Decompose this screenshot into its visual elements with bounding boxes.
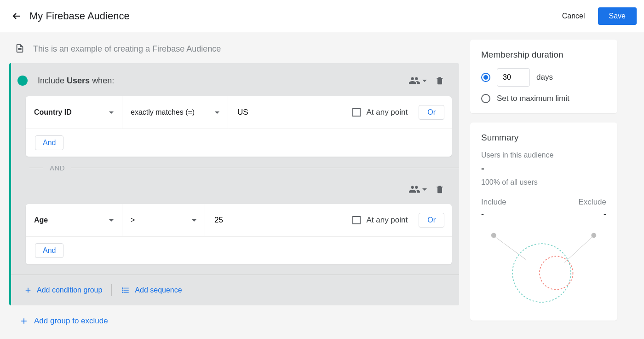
- duration-days-radio[interactable]: [481, 73, 490, 82]
- description-row: This is an example of creating a Firebas…: [9, 40, 459, 63]
- summary-count: -: [481, 163, 606, 174]
- operator-label: exactly matches (=): [131, 108, 195, 117]
- or-button[interactable]: Or: [419, 105, 444, 120]
- delete-group-button[interactable]: [431, 72, 448, 89]
- save-button[interactable]: Save: [598, 7, 637, 25]
- delete-group-button[interactable]: [431, 181, 448, 198]
- back-button[interactable]: [7, 7, 26, 25]
- include-block: Include Users when: Country ID: [9, 63, 459, 305]
- description-icon: [15, 43, 25, 55]
- operator-dropdown[interactable]: exactly matches (=): [122, 96, 228, 129]
- exclude-label: Exclude: [579, 198, 606, 207]
- people-icon: [408, 75, 420, 87]
- field-label: Country ID: [34, 108, 72, 117]
- svg-line-6: [564, 237, 592, 263]
- svg-point-8: [540, 256, 573, 290]
- max-limit-label: Set to maximum limit: [497, 94, 569, 103]
- duration-max-radio[interactable]: [481, 94, 490, 103]
- description-text[interactable]: This is an example of creating a Firebas…: [33, 44, 221, 54]
- value-input[interactable]: [205, 205, 274, 236]
- include-indicator-dot: [17, 76, 28, 86]
- summary-subtitle: Users in this audience: [481, 151, 606, 159]
- days-label: days: [536, 73, 553, 82]
- operator-dropdown[interactable]: >: [122, 204, 205, 236]
- chevron-down-icon: [192, 219, 196, 222]
- venn-diagram: [481, 223, 606, 310]
- chevron-down-icon: [422, 188, 427, 191]
- add-sequence-button[interactable]: Add sequence: [121, 286, 182, 294]
- condition-card: Country ID exactly matches (=) At any po…: [26, 96, 452, 157]
- svg-point-2: [123, 292, 124, 293]
- field-label: Age: [34, 216, 48, 224]
- svg-point-1: [123, 290, 124, 291]
- membership-title: Membership duration: [481, 50, 606, 60]
- membership-panel: Membership duration days Set to maximum …: [470, 40, 617, 113]
- header: My Firebase Audience Cancel Save: [0, 0, 644, 32]
- svg-point-7: [512, 244, 571, 302]
- condition-row: Country ID exactly matches (=) At any po…: [26, 96, 452, 129]
- value-input[interactable]: [228, 97, 297, 128]
- condition-row: Age > At any point Or: [26, 204, 452, 237]
- include-value: -: [481, 210, 484, 219]
- arrow-left-icon: [11, 11, 22, 22]
- or-button[interactable]: Or: [419, 213, 444, 228]
- exclude-value: -: [604, 210, 606, 219]
- chevron-down-icon: [109, 219, 114, 222]
- svg-point-0: [123, 288, 124, 289]
- sequence-icon: [121, 286, 130, 294]
- any-point-label: At any point: [366, 108, 408, 117]
- field-dropdown[interactable]: Country ID: [26, 96, 122, 129]
- include-label: Include: [481, 198, 506, 207]
- plus-icon: [19, 316, 29, 326]
- summary-panel: Summary Users in this audience - 100% of…: [470, 123, 617, 321]
- chevron-down-icon: [422, 80, 427, 82]
- chevron-down-icon: [109, 111, 114, 114]
- add-condition-group-button[interactable]: Add condition group: [24, 286, 102, 294]
- plus-icon: [24, 286, 32, 294]
- and-button[interactable]: And: [35, 135, 63, 150]
- condition-card: Age > At any point Or And: [26, 204, 452, 264]
- scope-dropdown[interactable]: [408, 75, 427, 87]
- duration-days-input[interactable]: [497, 68, 530, 87]
- page-title: My Firebase Audience: [29, 10, 553, 22]
- operator-label: >: [131, 216, 135, 224]
- trash-icon: [435, 76, 444, 85]
- summary-percent: 100% of all users: [481, 178, 606, 187]
- field-dropdown[interactable]: Age: [26, 204, 122, 236]
- any-point-checkbox[interactable]: [352, 216, 361, 224]
- people-icon: [408, 183, 420, 195]
- trash-icon: [435, 185, 444, 194]
- svg-line-4: [495, 237, 527, 261]
- scope-dropdown[interactable]: [408, 183, 427, 195]
- any-point-label: At any point: [366, 216, 408, 225]
- include-heading: Include Users when:: [38, 76, 114, 86]
- summary-title: Summary: [481, 133, 606, 143]
- and-separator: AND: [11, 157, 459, 179]
- divider: [111, 284, 112, 296]
- add-exclude-group-button[interactable]: Add group to exclude: [9, 305, 459, 326]
- and-button[interactable]: And: [35, 243, 63, 258]
- cancel-button[interactable]: Cancel: [553, 8, 594, 24]
- any-point-checkbox[interactable]: [352, 108, 361, 117]
- chevron-down-icon: [215, 111, 219, 114]
